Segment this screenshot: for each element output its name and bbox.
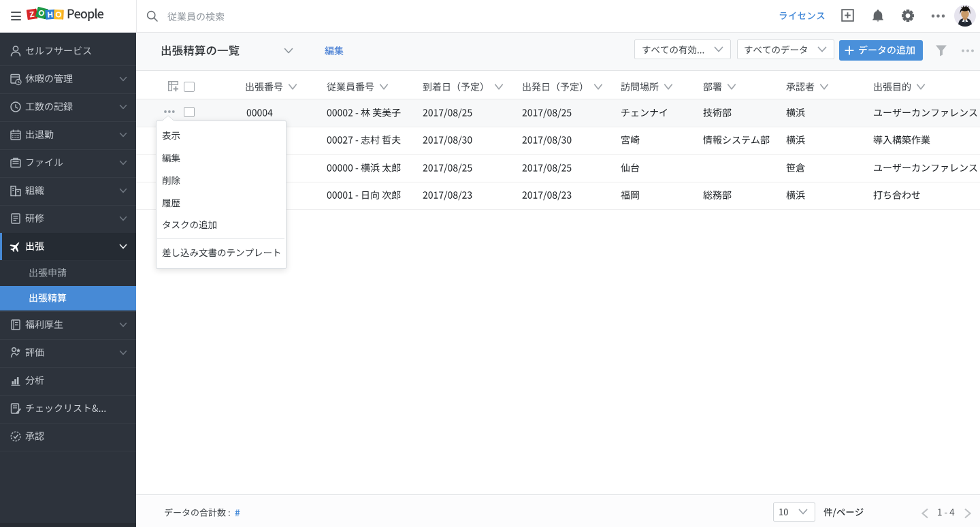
svg-text:O: O bbox=[55, 10, 61, 18]
svg-text:H: H bbox=[47, 10, 53, 19]
